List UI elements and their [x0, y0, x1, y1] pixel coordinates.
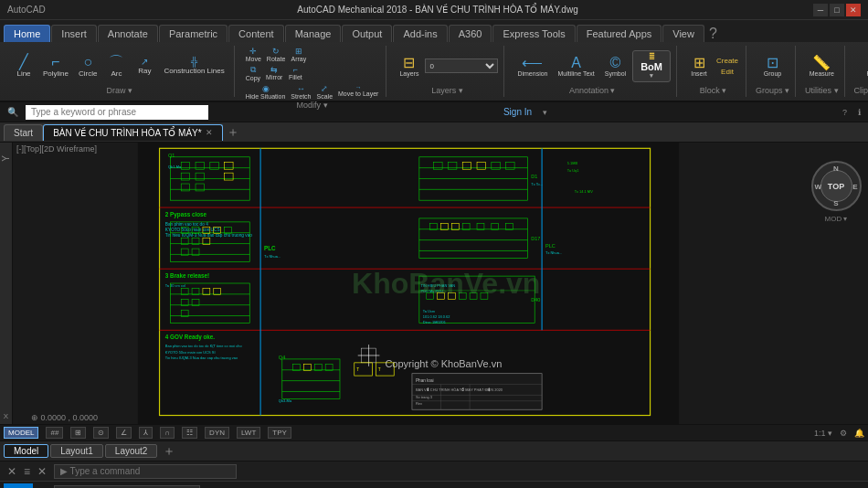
isosnap-btn[interactable]: ⅄ [139, 427, 153, 439]
osnap-btn[interactable]: ∩ [160, 427, 175, 439]
taskbar-app-explorer[interactable]: 📁 [202, 483, 231, 489]
lineweight-btn[interactable]: LWT [237, 427, 260, 439]
help-icon[interactable]: ? [709, 26, 717, 42]
cmd-expand-icon[interactable]: ≡ [24, 465, 30, 478]
create-block-tool[interactable]: Create [715, 56, 740, 66]
multiline-tool[interactable]: A Multiline Text [554, 54, 598, 79]
move-icon: ✛ [249, 47, 257, 56]
snap-btn[interactable]: ⊞ [70, 427, 86, 439]
model-tab-model[interactable]: Model [4, 444, 48, 458]
compass-west: W [815, 182, 822, 190]
svg-text:PLC: PLC [545, 243, 556, 249]
layers-group-label[interactable]: Layers ▾ [431, 86, 463, 97]
groups-group-label[interactable]: Groups ▾ [756, 86, 789, 97]
svg-text:PLC: PLC [264, 245, 276, 251]
view-cube-label[interactable]: MOD ▾ [825, 215, 848, 223]
info-icon[interactable]: ℹ [858, 108, 861, 117]
new-tab-icon[interactable]: ＋ [227, 124, 239, 141]
layer-tool[interactable]: ⊟ Layers [396, 54, 422, 79]
start-tab[interactable]: Start [4, 124, 43, 141]
transparency-btn[interactable]: TPY [268, 427, 291, 439]
modify-group-label[interactable]: Modify ▾ [297, 101, 328, 111]
move-tool[interactable]: ✛ Move [244, 46, 263, 63]
layer-move-tool[interactable]: → Move to Layer [336, 83, 380, 101]
block-group-label[interactable]: Block ▾ [700, 86, 727, 97]
tab-view[interactable]: View [662, 25, 704, 42]
draw-group-label[interactable]: Draw ▾ [107, 86, 133, 97]
tab-home[interactable]: Home [4, 25, 50, 42]
tab-content[interactable]: Content [228, 25, 284, 42]
add-layout-icon[interactable]: ＋ [163, 443, 175, 460]
notifications-icon: 🔔 [854, 429, 864, 438]
clipboard-group-label[interactable]: Clipboard ▾ [854, 86, 868, 97]
command-input[interactable] [54, 464, 237, 479]
group-clipboard: 📋 Paste Clipboard ▾ [849, 46, 868, 97]
document-tab[interactable]: BÀN VỀ CHU TRÌNH HÒA TỔ MÁY* ✕ [43, 124, 223, 141]
paste-tool[interactable]: 📋 Paste [863, 54, 868, 79]
taskbar-app-edge[interactable]: 🌐 [235, 483, 264, 489]
model-tab-layout1[interactable]: Layout1 [50, 444, 103, 458]
tab-close-icon[interactable]: ✕ [206, 128, 213, 137]
cad-drawing[interactable]: Q1 Qb1-Ma D1 Tx To... 2 Pypass close Ban… [13, 143, 804, 424]
rotate-tool[interactable]: ↻ Rotate [265, 46, 288, 63]
tab-annotate[interactable]: Annotate [98, 25, 158, 42]
annotation-group-label[interactable]: Annotation ▾ [569, 86, 616, 97]
fillet-tool[interactable]: ⌐ Fillet [286, 64, 304, 82]
sign-in-link[interactable]: Sign In [503, 107, 532, 117]
start-button[interactable]: ⊞ [4, 483, 33, 489]
line-tool[interactable]: ╱ Line [11, 53, 37, 80]
tab-express[interactable]: Express Tools [492, 25, 575, 42]
close-button[interactable]: ✕ [846, 4, 861, 16]
tab-insert[interactable]: Insert [51, 25, 97, 42]
tab-bar: Start BÀN VỀ CHU TRÌNH HÒA TỔ MÁY* ✕ ＋ [0, 122, 868, 143]
bom-tool[interactable]: ≣ BoM ▾ [632, 50, 671, 82]
circle-tool[interactable]: ○ Circle [75, 53, 101, 80]
otrack-btn[interactable]: ☷ [182, 427, 197, 439]
copy-tool[interactable]: ⧉ Copy [244, 64, 262, 82]
tab-manage[interactable]: Manage [285, 25, 342, 42]
polar-btn[interactable]: ∠ [116, 427, 132, 439]
array-tool[interactable]: ⊞ Array [289, 46, 308, 63]
model-tab-layout2[interactable]: Layout2 [105, 444, 158, 458]
construction-tool[interactable]: ╬ Construction Lines [160, 56, 228, 77]
tab-a360[interactable]: A360 [449, 25, 492, 42]
tab-parametric[interactable]: Parametric [159, 25, 228, 42]
cmd-close-icon[interactable]: ✕ [37, 465, 47, 478]
group-tool[interactable]: ⊡ Group [760, 54, 786, 79]
dyn-btn[interactable]: DYN [205, 427, 229, 439]
measure-tool[interactable]: 📏 Measure [806, 54, 838, 79]
taskbar-search[interactable] [54, 485, 200, 489]
viewport[interactable]: [-][Top][2D Wireframe] [13, 143, 804, 424]
help-question-icon[interactable]: ? [842, 108, 847, 117]
symbol-tool[interactable]: © Symbol [601, 54, 630, 79]
model-space-btn[interactable]: MODEL [4, 427, 38, 439]
search-input[interactable] [26, 105, 208, 120]
viewport-label: [-][Top][2D Wireframe] [16, 144, 97, 154]
tab-featured[interactable]: Featured Apps [577, 25, 662, 42]
hide-tool[interactable]: ◉ Hide Situation [244, 83, 288, 101]
utilities-group-label[interactable]: Utilities ▾ [805, 86, 839, 97]
polyline-tool[interactable]: ⌐ Polyline [39, 53, 72, 80]
layer-select[interactable]: 0 [425, 58, 498, 73]
minimize-button[interactable]: ─ [813, 4, 828, 16]
taskbar-app-chrome[interactable]: 🔵 [268, 483, 297, 489]
mirror-tool[interactable]: ⇆ Mirror [264, 64, 284, 82]
view-cube[interactable]: N E S W TOP [811, 161, 862, 211]
tab-addins[interactable]: Add-ins [393, 25, 447, 42]
insert-block-tool[interactable]: ⊞ Insert [686, 54, 712, 79]
restore-button[interactable]: □ [830, 4, 844, 16]
arc-tool[interactable]: ⌒ Arc [103, 53, 129, 80]
workspace-btn[interactable]: ⚙ [840, 429, 847, 438]
taskbar-app-autocad[interactable]: A [301, 483, 330, 489]
tab-output[interactable]: Output [342, 25, 392, 42]
stretch-tool[interactable]: ↔ Stretch [289, 83, 312, 101]
dimension-tool[interactable]: ⟵ Dimension [513, 54, 551, 79]
ortho-btn[interactable]: ⊙ [93, 427, 109, 439]
ray-tool[interactable]: ↗ Ray [132, 56, 157, 77]
edit-block-tool[interactable]: Edit [715, 67, 740, 77]
view-cube-center[interactable]: TOP [820, 170, 852, 202]
clipboard-tools: 📋 Paste [863, 46, 868, 86]
cmd-settings-icon[interactable]: ✕ [7, 465, 16, 478]
grid-btn[interactable]: ## [46, 427, 63, 439]
scale-tool[interactable]: ⤢ Scale [315, 83, 335, 101]
